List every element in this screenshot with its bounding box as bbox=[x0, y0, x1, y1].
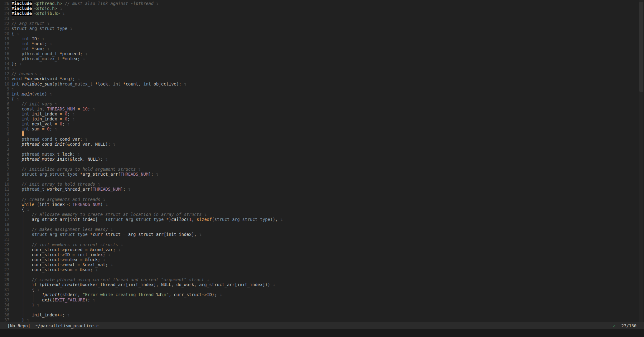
code-line[interactable]: 16 pthread_cond_t *proceed; ↴ bbox=[0, 51, 644, 56]
newline-marker-icon: ↴ bbox=[17, 61, 22, 66]
code-text: │ // init members in current structs ↴ bbox=[12, 242, 123, 247]
code-line[interactable]: 3 bbox=[0, 147, 644, 152]
command-line[interactable] bbox=[0, 329, 644, 337]
code-line[interactable]: 23↴ bbox=[0, 16, 644, 21]
indent-guide: │ bbox=[22, 237, 24, 242]
code-line[interactable]: 6 // init vars ↴ bbox=[0, 101, 644, 106]
code-line[interactable]: 3 int join_index = 0; ↴ bbox=[0, 116, 644, 121]
code-text: pthread_mutex_t lock; ↴ bbox=[12, 152, 80, 157]
file-path: ~/parrallelism_practice.c bbox=[35, 323, 99, 328]
code-line[interactable]: 26 │ curr_struct->next = &next_val; ↴ bbox=[0, 262, 644, 267]
code-text: │ bbox=[12, 307, 24, 312]
code-line[interactable]: 15 { ↴ bbox=[0, 207, 644, 212]
code-line[interactable]: 14}; ↴ bbox=[0, 61, 644, 66]
code-line[interactable]: 22// arg struct ↴ bbox=[0, 21, 644, 26]
code-line[interactable]: 25#include <stdio.h> ↴ bbox=[0, 6, 644, 11]
code-text: │ │ exit(EXIT_FAILURE); ↴ bbox=[12, 297, 95, 302]
code-line[interactable]: 11 pthread_t worker_thread_arr[THREADS_N… bbox=[0, 187, 644, 192]
code-text: #include <stdlib.h> ↴ bbox=[12, 11, 65, 16]
code-line[interactable]: 22 │ // init members in current structs … bbox=[0, 242, 644, 247]
newline-marker-icon: ↴ bbox=[47, 91, 52, 96]
code-line[interactable]: 25 │ curr_struct->mutex = &lock; ↴ bbox=[0, 257, 644, 262]
newline-marker-icon: ↴ bbox=[70, 111, 75, 116]
code-line[interactable]: 8 struct arg_struct_type *arg_struct_arr… bbox=[0, 172, 644, 177]
code-line[interactable]: 33 │ │ exit(EXIT_FAILURE); ↴ bbox=[0, 297, 644, 302]
code-line[interactable]: 18 │ bbox=[0, 222, 644, 227]
code-line[interactable]: 37 } ↴ bbox=[0, 317, 644, 322]
code-text: pthread_mutex_t *mutex; ↴ bbox=[12, 56, 85, 61]
code-line[interactable]: 15 pthread_mutex_t *mutex; ↴ bbox=[0, 56, 644, 61]
code-line[interactable]: 21struct arg_struct_type ↴ bbox=[0, 26, 644, 31]
code-line-cursor[interactable]: 0 bbox=[0, 131, 644, 136]
code-line[interactable]: 17 int *sum; ↴ bbox=[0, 46, 644, 51]
code-area[interactable]: 26#include <pthread.h> // must also link… bbox=[0, 0, 644, 322]
scrollbar-thumb[interactable] bbox=[639, 2, 643, 92]
newline-marker-icon: ↴ bbox=[65, 121, 70, 126]
line-number: 19 bbox=[0, 36, 9, 41]
indent-guide: │ bbox=[22, 287, 24, 292]
newline-marker-icon: ↴ bbox=[108, 262, 113, 267]
code-line[interactable]: 9 bbox=[0, 177, 644, 182]
code-line[interactable]: 9↴ bbox=[0, 86, 644, 91]
code-line[interactable]: 1 int sum = 0; ↴ bbox=[0, 126, 644, 131]
code-line[interactable]: 31 │ { ↴ bbox=[0, 287, 644, 292]
newline-marker-icon: ↴ bbox=[105, 252, 110, 257]
code-line[interactable]: 5 pthread_mutex_init(&lock, NULL); ↴ bbox=[0, 157, 644, 162]
line-number: 12 bbox=[0, 71, 9, 76]
code-line[interactable]: 26#include <pthread.h> // must also link… bbox=[0, 1, 644, 6]
code-line[interactable]: 10int validate_sum(pthread_mutex_t *lock… bbox=[0, 81, 644, 86]
line-number: 15 bbox=[0, 207, 9, 212]
indent-guide: │ bbox=[32, 297, 34, 302]
code-line[interactable]: 21 │ bbox=[0, 237, 644, 242]
code-line[interactable]: 7{ ↴ bbox=[0, 96, 644, 101]
code-line[interactable]: 16 │ // allocate memory to create struct… bbox=[0, 212, 644, 217]
code-line[interactable]: 19 │ // makes assignment less messy ↴ bbox=[0, 227, 644, 232]
line-number: 11 bbox=[0, 187, 9, 192]
code-text: │ curr_struct->proceed = &cond_var; ↴ bbox=[12, 247, 121, 252]
code-line[interactable]: 32 │ │ fprintf(stderr, "Error while crea… bbox=[0, 292, 644, 297]
newline-marker-icon: ↴ bbox=[24, 207, 29, 212]
code-line[interactable]: 2 int next_val = 0; ↴ bbox=[0, 121, 644, 126]
line-number: 18 bbox=[0, 41, 9, 46]
code-line[interactable]: 13↴ bbox=[0, 66, 644, 71]
code-line[interactable]: 1 pthread_cond_t cond_var; ↴ bbox=[0, 137, 644, 142]
code-line[interactable]: 14 while (init_index < THREADS_NUM) ↴ bbox=[0, 202, 644, 207]
code-line[interactable]: 6 bbox=[0, 162, 644, 167]
code-text: │ curr_struct->ID = init_index; ↴ bbox=[12, 252, 110, 257]
code-line[interactable]: 8int main(void) ↴ bbox=[0, 91, 644, 96]
code-line[interactable]: 28 │ bbox=[0, 272, 644, 277]
code-line[interactable]: 23 │ curr_struct->proceed = &cond_var; ↴ bbox=[0, 247, 644, 252]
code-line[interactable]: 30 │ if (pthread_create(&worker_thread_a… bbox=[0, 282, 644, 287]
code-text: pthread_mutex_init(&lock, NULL); ↴ bbox=[12, 157, 108, 162]
code-line[interactable]: 4 pthread_mutex_t lock; ↴ bbox=[0, 152, 644, 157]
code-line[interactable]: 13 // create arguments and threads ↴ bbox=[0, 197, 644, 202]
code-line[interactable]: 10 // init array to hold threads ↴ bbox=[0, 182, 644, 187]
newline-marker-icon: ↴ bbox=[153, 172, 158, 177]
code-line[interactable]: 11void *do_work(void *arg); ↴ bbox=[0, 76, 644, 81]
code-line[interactable]: 12// headers ↴ bbox=[0, 71, 644, 76]
code-line[interactable]: 19 int ID; ↴ bbox=[0, 36, 644, 41]
code-line[interactable]: 17 │ arg_struct_arr[init_index] = (struc… bbox=[0, 217, 644, 222]
line-number: 8 bbox=[0, 91, 9, 96]
code-line[interactable]: 12 bbox=[0, 192, 644, 197]
indent-guide: │ bbox=[22, 242, 24, 247]
code-line[interactable]: 24#include <stdlib.h> ↴ bbox=[0, 11, 644, 16]
line-number: 14 bbox=[0, 61, 9, 66]
code-line[interactable]: 20 │ struct arg_struct_type *curr_struct… bbox=[0, 232, 644, 237]
code-line[interactable]: 35 │ bbox=[0, 307, 644, 312]
line-number: 7 bbox=[0, 167, 9, 172]
code-line[interactable]: 7 // initialize arrays to hold argument … bbox=[0, 167, 644, 172]
code-line[interactable]: 36 │ init_index++; ↴ bbox=[0, 312, 644, 317]
line-number: 34 bbox=[0, 302, 9, 307]
code-line[interactable]: 34 │ } ↴ bbox=[0, 302, 644, 307]
code-line[interactable]: 29 │ // create pthread using current thr… bbox=[0, 277, 644, 282]
code-line[interactable]: 20{ ↴ bbox=[0, 31, 644, 36]
code-line[interactable]: 5 const int THREADS_NUM = 10; ↴ bbox=[0, 106, 644, 111]
code-line[interactable]: 27 │ curr_struct->sum = &sum; ↴ bbox=[0, 267, 644, 272]
line-number: 35 bbox=[0, 307, 9, 312]
code-line[interactable]: 4 int init_index = 0; ↴ bbox=[0, 111, 644, 116]
code-line[interactable]: 2 pthread_cond_init(&cond_var, NULL); ↴ bbox=[0, 142, 644, 147]
code-line[interactable]: 18 int *next; ↴ bbox=[0, 41, 644, 46]
code-line[interactable]: 24 │ curr_struct->ID = init_index; ↴ bbox=[0, 252, 644, 257]
newline-marker-icon: ↴ bbox=[70, 116, 75, 121]
